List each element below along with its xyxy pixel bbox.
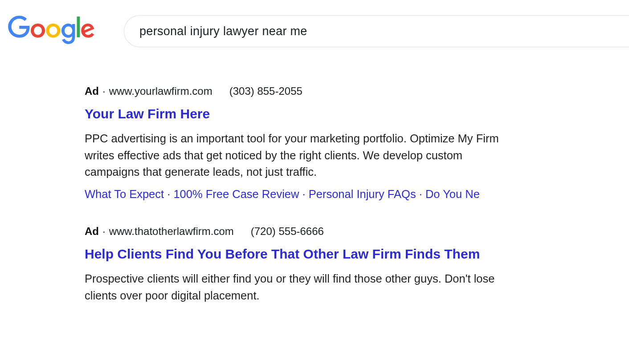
ad-phone: (303) 855-2055 — [229, 85, 302, 97]
ad-badge: Ad — [85, 225, 99, 238]
sitelink[interactable]: 100% Free Case Review — [173, 188, 299, 200]
sitelink[interactable]: Personal Injury FAQs — [309, 188, 416, 200]
ad-sitelinks: What To Expect · 100% Free Case Review ·… — [85, 188, 512, 201]
sitelink-separator: · — [299, 188, 308, 200]
sitelink[interactable]: What To Expect — [85, 188, 164, 200]
ad-url[interactable]: www.yourlawfirm.com — [109, 85, 212, 97]
ad-title-link[interactable]: Your Law Firm Here — [85, 106, 210, 121]
ad-url[interactable]: www.thatotherlawfirm.com — [109, 225, 234, 238]
ad-description: PPC advertising is an important tool for… — [85, 130, 512, 181]
google-logo[interactable] — [8, 16, 124, 45]
sitelink[interactable]: Do You Ne — [425, 188, 480, 200]
ad-description: Prospective clients will either find you… — [85, 271, 512, 304]
ad-result-1: Ad · www.yourlawfirm.com (303) 855-2055 … — [85, 85, 512, 201]
sitelink-separator: · — [164, 188, 173, 200]
search-box[interactable] — [124, 15, 629, 47]
ad-result-2: Ad · www.thatotherlawfirm.com (720) 555-… — [85, 225, 512, 304]
ad-phone: (720) 555-6666 — [251, 225, 324, 238]
ad-title-link[interactable]: Help Clients Find You Before That Other … — [85, 247, 480, 262]
separator-dot: · — [102, 85, 106, 97]
search-input[interactable] — [139, 24, 614, 38]
sitelink-separator: · — [416, 188, 425, 200]
separator-dot: · — [102, 225, 106, 238]
ad-badge: Ad — [85, 85, 99, 97]
